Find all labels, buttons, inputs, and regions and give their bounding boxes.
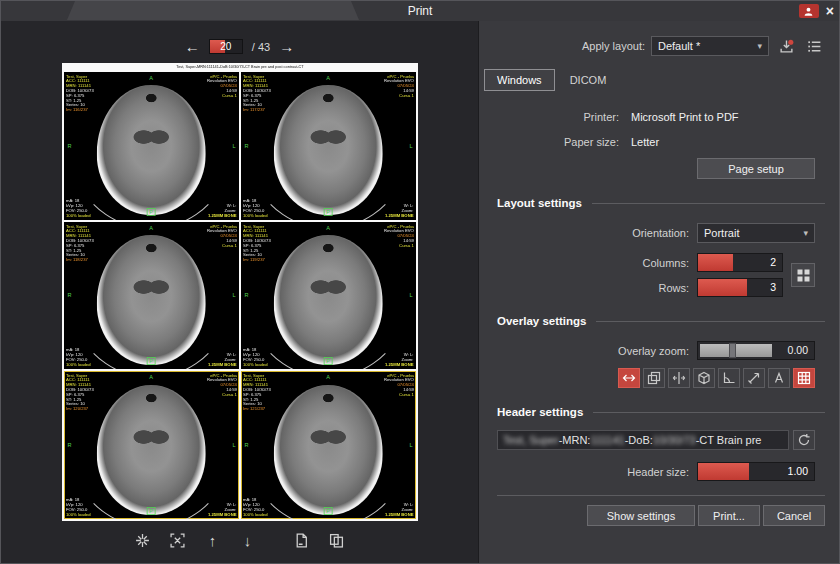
header-size-row: Header size: 1.00: [479, 462, 815, 481]
page-number-input[interactable]: 20: [209, 39, 243, 54]
page-header-text: Test, Super-MRN:111141-DoB:10/30/73-CT B…: [143, 65, 337, 69]
ct-image-cell[interactable]: Test, Super ACC: 111111 MRN: 111141 DOB:…: [241, 371, 416, 519]
page-setup-button[interactable]: Page setup: [697, 158, 815, 179]
fit-expand-icon[interactable]: [167, 529, 189, 551]
rows-fill: [698, 279, 747, 296]
overlay-bottom-right: W: L: Zoom: 1.25MM BONE: [385, 503, 413, 517]
orientation-posterior-label: P: [147, 507, 156, 515]
split-arrows-icon[interactable]: [668, 368, 690, 388]
orientation-anterior-label: A: [326, 75, 330, 81]
apply-layout-label: Apply layout:: [582, 40, 645, 52]
overlay-top-left: Test, Super ACC: 111111 MRN: 111141 DOB:…: [243, 224, 271, 262]
preview-toolbar: ↑ ↓: [1, 529, 478, 551]
orientation-row: Orientation: Portrait ▾: [479, 223, 815, 243]
orientation-anterior-label: A: [149, 224, 153, 230]
angle-ruler-icon[interactable]: [718, 368, 740, 388]
apply-layout-row: Apply layout: Default * ▾: [479, 36, 825, 56]
footer-buttons: Show settings Print... Cancel: [479, 505, 825, 526]
tab-dicom[interactable]: DICOM: [557, 69, 620, 91]
move-page-down-icon[interactable]: ↓: [237, 529, 259, 551]
slider-track: [700, 344, 772, 357]
grid-table-icon[interactable]: [793, 368, 815, 388]
chevron-down-icon: ▾: [803, 228, 808, 238]
show-settings-button[interactable]: Show settings: [587, 505, 695, 526]
printer-label: Printer:: [479, 111, 619, 123]
layout-list-icon[interactable]: [803, 36, 825, 56]
orientation-right-label: R: [67, 442, 71, 448]
overlay-bottom-right: W: L: Zoom: 1.25MM BONE: [208, 503, 236, 517]
apply-layout-select[interactable]: Default * ▾: [651, 36, 769, 56]
header-settings-title: Header settings: [497, 406, 583, 418]
settings-pane: Apply layout: Default * ▾ Windows DICOM …: [479, 21, 839, 563]
orientation-label: Orientation:: [632, 227, 689, 239]
overlay-bottom-left: mA: 18 kVp: 120 FOV: 250.0 100% loaded: [66, 198, 91, 217]
settings-tabs: Windows DICOM: [484, 69, 839, 91]
columns-stepper[interactable]: 2: [697, 253, 783, 272]
close-icon[interactable]: ×: [826, 4, 834, 18]
ct-image-cell[interactable]: Test, Super ACC: 111111 MRN: 111141 DOB:…: [241, 72, 416, 220]
orientation-anterior-label: A: [149, 374, 153, 380]
refresh-header-icon[interactable]: [793, 430, 815, 450]
ct-slice-image: [97, 235, 206, 365]
preview-pane: ← 20 / 43 → Test, Super-MRN:111141-DoB:1…: [1, 21, 479, 563]
ct-slice-image: [97, 85, 206, 215]
printer-value: Microsoft Print to PDF: [631, 111, 839, 123]
sparkle-icon[interactable]: [132, 529, 154, 551]
grid-layout-picker-icon[interactable]: [791, 263, 815, 287]
ct-image-cell[interactable]: Test, Super ACC: 111111 MRN: 111141 DOB:…: [241, 222, 416, 370]
overlay-top-right: eP/C - Prueba Revolution EVO 07/05/24 14…: [384, 74, 414, 98]
cancel-button[interactable]: Cancel: [763, 505, 825, 526]
ct-image-cell[interactable]: Test, Super ACC: 111111 MRN: 111141 DOB:…: [64, 222, 239, 370]
overlay-top-right: eP/C - Prueba Revolution EVO 07/05/24 14…: [207, 373, 237, 397]
header-size-stepper[interactable]: 1.00: [697, 462, 815, 481]
overlay-top-right: eP/C - Prueba Revolution EVO 07/05/24 14…: [207, 224, 237, 248]
ct-image-cell[interactable]: Test, Super ACC: 111111 MRN: 111141 DOB:…: [64, 72, 239, 220]
print-button[interactable]: Print...: [698, 505, 760, 526]
footer-divider: [497, 495, 825, 496]
orientation-select[interactable]: Portrait ▾: [697, 223, 815, 243]
overlay-top-left: Test, Super ACC: 111111 MRN: 111141 DOB:…: [66, 224, 94, 262]
columns-label: Columns:: [643, 257, 689, 269]
overlay-bottom-right: W: L: Zoom: 1.25MM BONE: [208, 203, 236, 217]
overlay-top-left: Test, Super ACC: 111111 MRN: 111141 DOB:…: [66, 74, 94, 112]
ct-slice-image: [274, 235, 383, 365]
header-text-segment: -MRN:: [559, 434, 591, 446]
move-page-up-icon[interactable]: ↑: [202, 529, 224, 551]
orientation-right-label: R: [67, 143, 71, 149]
cube-icon[interactable]: [693, 368, 715, 388]
overlay-zoom-slider[interactable]: 0.00: [697, 341, 815, 360]
layout-settings-title: Layout settings: [497, 197, 582, 209]
rows-label: Rows:: [658, 282, 689, 294]
measure-arrow-icon[interactable]: [743, 368, 765, 388]
save-layout-icon[interactable]: [775, 36, 797, 56]
orientation-left-label: L: [232, 292, 235, 298]
next-page-button[interactable]: →: [279, 39, 294, 55]
pan-horizontal-icon[interactable]: [618, 368, 640, 388]
copy-page-icon[interactable]: [326, 529, 348, 551]
support-icon[interactable]: [799, 4, 819, 18]
titlebar: Print ×: [1, 1, 839, 21]
orientation-posterior-label: P: [324, 357, 333, 365]
orientation-right-label: R: [244, 143, 248, 149]
header-text-input[interactable]: Test, Super-MRN:111141-DoB:10/30/73-CT B…: [497, 430, 789, 450]
overlay-settings-title: Overlay settings: [497, 315, 586, 327]
overlay-zoom-row: Overlay zoom: 0.00: [479, 341, 815, 360]
annotation-icon[interactable]: [768, 368, 790, 388]
orientation-left-label: L: [409, 442, 412, 448]
paper-size-value: Letter: [631, 136, 839, 148]
dialog-title: Print: [1, 1, 839, 21]
orientation-right-label: R: [244, 292, 248, 298]
ct-image-cell[interactable]: Test, Super ACC: 111111 MRN: 111141 DOB:…: [64, 371, 239, 519]
orientation-left-label: L: [232, 442, 235, 448]
header-text-segment: -CT Brain pre: [696, 434, 762, 446]
delete-page-icon[interactable]: [291, 529, 313, 551]
header-settings-section: Header settings: [497, 406, 825, 418]
apply-layout-value: Default *: [658, 40, 700, 52]
slider-handle[interactable]: [729, 343, 736, 358]
previous-page-button[interactable]: ←: [185, 39, 200, 55]
header-size-fill: [698, 463, 749, 480]
copy-overlay-icon[interactable]: [643, 368, 665, 388]
overlay-bottom-left: mA: 18 kVp: 120 FOV: 250.0 100% loaded: [243, 198, 268, 217]
rows-stepper[interactable]: 3: [697, 278, 783, 297]
tab-windows[interactable]: Windows: [484, 69, 555, 91]
